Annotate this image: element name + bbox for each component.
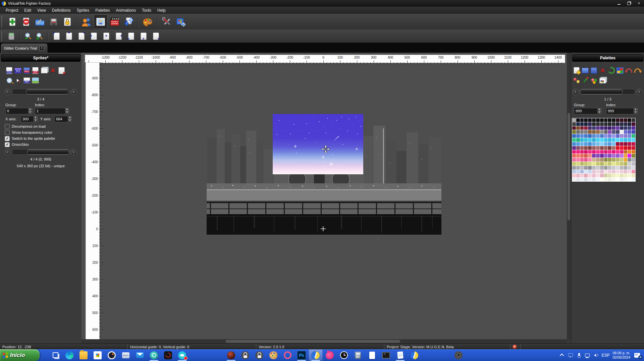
new-palette-button[interactable] <box>573 67 580 74</box>
palette-cell[interactable] <box>632 126 635 130</box>
frame-prev-arrow[interactable]: ‹ <box>5 149 11 155</box>
toolbar-handle[interactable] <box>1 32 4 41</box>
axis-middle-left-button[interactable]: + <box>88 31 100 41</box>
palette-cell[interactable] <box>592 134 596 138</box>
palette-cell[interactable] <box>632 138 635 142</box>
axis-bottom-left-button[interactable]: + <box>125 31 137 41</box>
palette-cell[interactable] <box>596 146 600 150</box>
menu-project[interactable]: Project <box>3 7 21 13</box>
palette-cell[interactable] <box>584 142 588 146</box>
undo-palette-button[interactable] <box>625 67 633 74</box>
palette-cell[interactable] <box>608 122 611 126</box>
palette-cell[interactable] <box>592 170 596 174</box>
palette-cell[interactable] <box>620 170 624 174</box>
palette-cell[interactable] <box>592 174 596 177</box>
palette-cell[interactable] <box>632 122 635 126</box>
palette-cell[interactable] <box>572 122 576 126</box>
palette-cell[interactable] <box>580 158 584 162</box>
palette-cell[interactable] <box>584 126 588 130</box>
taskbar-app-recorder-app[interactable] <box>161 349 175 361</box>
palette-cell[interactable] <box>620 178 624 181</box>
palette-cell[interactable] <box>576 170 580 174</box>
palette-cell[interactable] <box>596 158 600 162</box>
open-palette-button[interactable] <box>581 67 589 74</box>
start-button[interactable]: Inicio <box>0 349 40 361</box>
palette-cell[interactable] <box>612 138 615 142</box>
palette-cell[interactable] <box>616 130 620 134</box>
palette-cell[interactable] <box>616 150 620 154</box>
palette-cell[interactable] <box>580 118 584 122</box>
palette-cell[interactable] <box>628 130 631 134</box>
reload-palette-button[interactable] <box>607 67 615 74</box>
maximize-button[interactable] <box>624 0 634 7</box>
palette-cell[interactable] <box>576 130 580 134</box>
palette-cell[interactable] <box>600 118 604 122</box>
group-field[interactable]: 0 <box>5 108 30 114</box>
index-spinner[interactable] <box>65 108 69 114</box>
menu-sprites[interactable]: Sprites <box>74 7 92 13</box>
palette-cell[interactable] <box>580 170 584 174</box>
index-field[interactable]: 1 <box>35 108 66 114</box>
palette-grid-button[interactable] <box>616 67 624 74</box>
palette-cell[interactable] <box>628 150 631 154</box>
palette-cell[interactable] <box>608 174 611 177</box>
palette-cell[interactable] <box>600 150 604 154</box>
palette-cell[interactable] <box>624 166 628 170</box>
palette-cell[interactable] <box>596 178 600 181</box>
palette-group-field[interactable]: 999 <box>574 108 599 114</box>
cast-icon[interactable] <box>568 353 573 358</box>
palette-cell[interactable] <box>584 162 588 166</box>
palette-cell[interactable] <box>592 178 596 181</box>
palette-cell[interactable] <box>592 162 596 166</box>
palette-cell[interactable] <box>588 158 592 162</box>
taskbar-app-notepad-app[interactable] <box>393 349 407 361</box>
network-icon[interactable] <box>585 353 590 358</box>
toolbar-handle[interactable] <box>1 16 4 27</box>
duplicate-sprite-button[interactable] <box>40 67 48 74</box>
palette-cell[interactable] <box>624 122 628 126</box>
palette-cell[interactable] <box>572 134 576 138</box>
palette-cell[interactable] <box>588 154 592 158</box>
delete-palette-button[interactable]: ✕ <box>599 67 606 74</box>
palette-cell[interactable] <box>620 154 624 158</box>
apply-palette-all-button[interactable] <box>599 77 606 84</box>
palette-cell[interactable] <box>624 162 628 166</box>
taskbar-app-terminal-app[interactable] <box>379 349 393 361</box>
x-axis-spinner[interactable] <box>34 116 38 122</box>
palette-cell[interactable] <box>572 154 576 158</box>
palette-cell[interactable] <box>596 170 600 174</box>
palette-cell[interactable] <box>612 174 615 177</box>
palette-editor-button[interactable] <box>141 15 154 28</box>
palette-cell[interactable] <box>584 134 588 138</box>
palette-cell[interactable] <box>592 146 596 150</box>
volume-icon[interactable] <box>593 353 598 358</box>
palette-cell[interactable] <box>604 138 608 142</box>
palette-cell[interactable] <box>576 138 580 142</box>
set-background-button[interactable] <box>32 77 39 84</box>
palette-cell[interactable] <box>620 162 624 166</box>
palette-cell[interactable] <box>576 162 580 166</box>
palette-cell[interactable] <box>620 174 624 177</box>
palette-cell[interactable] <box>600 142 604 146</box>
palette-cell[interactable] <box>592 130 596 134</box>
sprite-canvas[interactable]: -1300-1200-1100-1000-900-800-700-600-500… <box>82 53 567 344</box>
sprite-slider-track[interactable] <box>12 89 70 95</box>
palette-cell[interactable] <box>588 150 592 154</box>
palette-cell[interactable] <box>576 150 580 154</box>
preview-sprite-button[interactable] <box>5 77 13 84</box>
palette-cell[interactable] <box>596 166 600 170</box>
palette-cell[interactable] <box>632 134 635 138</box>
taskbar-app-fighter-factory-2[interactable] <box>407 349 421 361</box>
palette-cell[interactable] <box>632 158 635 162</box>
palette-cell[interactable] <box>620 118 624 122</box>
zoom-in-button[interactable] <box>34 31 45 41</box>
palette-cell[interactable] <box>620 134 624 138</box>
palette-cell[interactable] <box>576 142 580 146</box>
palette-cell[interactable] <box>628 138 631 142</box>
close-button[interactable]: × <box>634 0 644 7</box>
current-sprite-image[interactable] <box>273 114 363 174</box>
palette-cell[interactable] <box>572 146 576 150</box>
y-axis-field[interactable]: 684 <box>54 116 69 122</box>
palette-cell[interactable] <box>616 146 620 150</box>
palette-cell[interactable] <box>580 166 584 170</box>
